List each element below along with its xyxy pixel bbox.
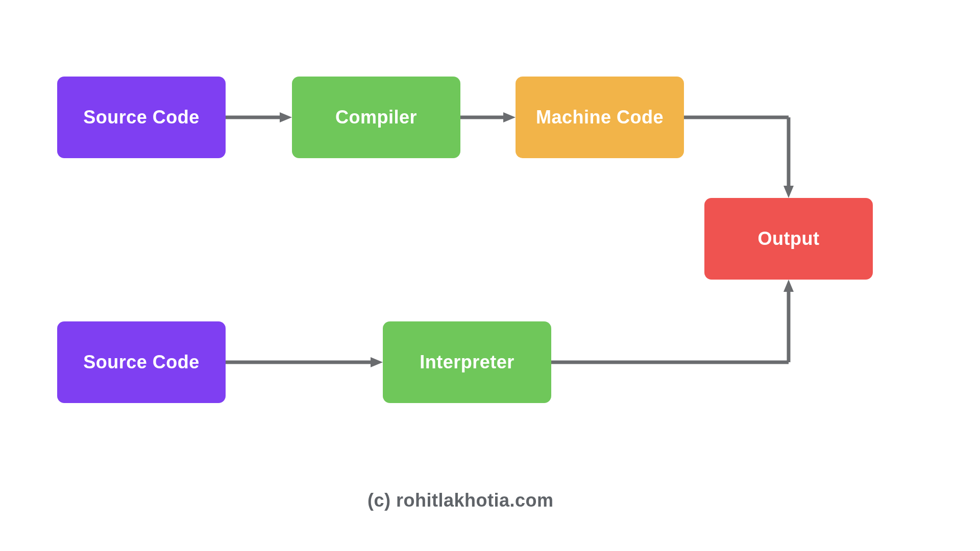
node-compiler: Compiler <box>292 77 460 158</box>
svg-marker-11 <box>783 280 794 292</box>
node-output: Output <box>704 198 873 280</box>
node-source-code-top: Source Code <box>57 77 226 158</box>
node-source-code-bottom: Source Code <box>57 321 226 403</box>
node-label: Source Code <box>83 352 200 373</box>
node-interpreter: Interpreter <box>383 321 551 403</box>
node-label: Compiler <box>335 107 417 128</box>
svg-marker-1 <box>280 112 292 122</box>
node-machine-code: Machine Code <box>516 77 684 158</box>
svg-marker-8 <box>371 357 383 367</box>
node-label: Machine Code <box>536 107 664 128</box>
diagram-stage: Source Code Compiler Machine Code Output… <box>0 0 980 551</box>
copyright-caption: (c) rohitlakhotia.com <box>368 490 554 511</box>
svg-marker-6 <box>783 186 794 198</box>
node-label: Interpreter <box>420 352 514 373</box>
node-label: Output <box>758 228 820 249</box>
svg-marker-3 <box>503 112 516 122</box>
node-label: Source Code <box>83 107 200 128</box>
caption-text: (c) rohitlakhotia.com <box>368 490 554 511</box>
